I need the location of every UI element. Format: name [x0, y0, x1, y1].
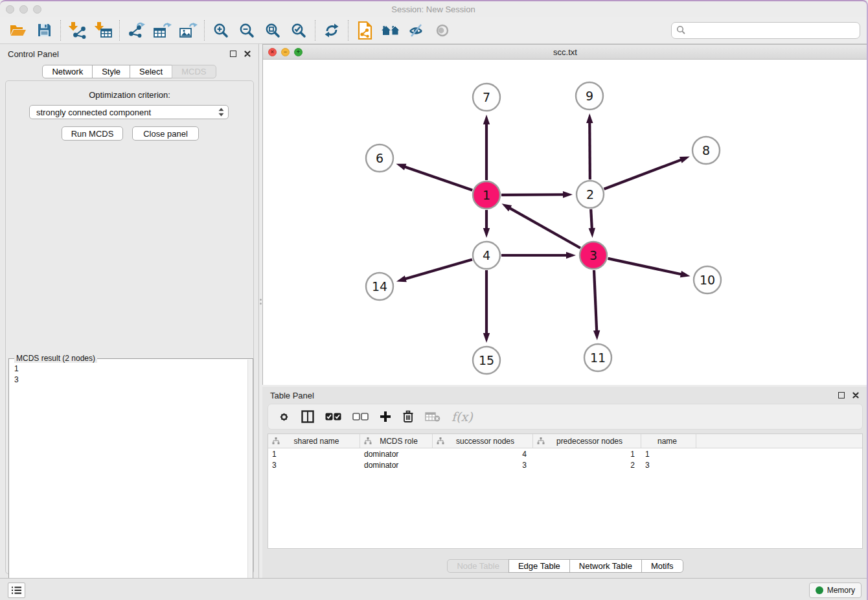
zoom-fit-button[interactable] — [260, 19, 286, 42]
result-scrollbar[interactable] — [247, 360, 252, 600]
add-column-button[interactable] — [380, 411, 391, 422]
panel-splitter-handle[interactable] — [259, 293, 262, 310]
table-row[interactable]: 1dominator411 — [268, 448, 862, 459]
memory-button[interactable]: Memory — [809, 583, 862, 598]
tab-edge-table[interactable]: Edge Table — [508, 559, 570, 573]
close-panel-icon[interactable] — [244, 51, 251, 57]
search-input[interactable] — [686, 24, 860, 37]
fx-icon: f(x) — [451, 410, 473, 424]
unselect-all-columns-button[interactable] — [352, 413, 369, 421]
delete-table-icon — [425, 411, 440, 422]
graph-node-7[interactable]: 7 — [473, 84, 500, 111]
plus-icon — [380, 411, 391, 422]
graph-node-6[interactable]: 6 — [366, 144, 393, 172]
optimization-criterion-select[interactable]: strongly connected component — [29, 105, 229, 119]
table-panel: Table Panel — [262, 387, 868, 578]
graph-edge-arrowhead — [483, 115, 490, 124]
svg-text:4: 4 — [483, 248, 490, 262]
graph-node-4[interactable]: 4 — [473, 242, 500, 269]
show-column-button[interactable] — [301, 410, 314, 423]
table-settings-button[interactable] — [278, 411, 290, 423]
import-network-button[interactable] — [64, 19, 90, 42]
export-image-button[interactable] — [175, 19, 201, 42]
graph-edge-1-2[interactable] — [501, 194, 565, 195]
svg-text:1: 1 — [483, 188, 490, 202]
search-icon — [676, 25, 686, 35]
graph-edge-3-1[interactable] — [508, 207, 580, 248]
columns-icon — [301, 410, 314, 423]
column-header-shared-name[interactable]: shared name — [268, 434, 360, 448]
tab-network[interactable]: Network — [42, 65, 93, 78]
tab-select[interactable]: Select — [130, 65, 172, 78]
function-builder-button[interactable]: f(x) — [451, 410, 473, 424]
graph-node-1[interactable]: 1 — [473, 181, 500, 209]
export-image-icon — [178, 22, 198, 39]
graph-node-8[interactable]: 8 — [692, 137, 720, 164]
graph-edge-1-6[interactable] — [404, 167, 472, 190]
svg-text:7: 7 — [483, 90, 490, 104]
zoom-in-button[interactable] — [208, 19, 234, 42]
tab-motifs[interactable]: Motifs — [641, 559, 683, 573]
delete-table-button[interactable] — [425, 411, 440, 422]
table-row[interactable]: 3dominator323 — [268, 459, 862, 470]
graph-edge-arrowhead — [593, 330, 600, 340]
mcds-result-box[interactable]: MCDS result (2 nodes) 1 3 — [8, 358, 253, 600]
status-bar: Memory — [0, 578, 867, 600]
run-mcds-button[interactable]: Run MCDS — [62, 126, 123, 141]
network-file-button[interactable] — [352, 19, 378, 42]
graph-node-3[interactable]: 3 — [580, 242, 607, 269]
graph-edge-2-9[interactable] — [589, 121, 590, 179]
save-session-button[interactable] — [31, 19, 57, 42]
graph-node-10[interactable]: 10 — [694, 266, 721, 294]
attribute-type-icon — [437, 437, 444, 444]
select-all-columns-button[interactable] — [325, 413, 341, 421]
import-table-button[interactable] — [90, 19, 116, 42]
graph-node-9[interactable]: 9 — [576, 82, 603, 110]
table-cell: 2 — [533, 461, 641, 470]
open-session-button[interactable] — [5, 19, 31, 42]
network-window-title: scc.txt — [263, 47, 867, 57]
stepper-arrows-icon — [218, 108, 224, 117]
zoom-selected-button[interactable] — [286, 19, 312, 42]
export-table-button[interactable] — [149, 19, 175, 42]
svg-text:3: 3 — [589, 248, 597, 262]
close-panel-icon[interactable] — [852, 392, 859, 398]
toolbar-separator — [348, 20, 348, 41]
column-header-name[interactable]: name — [641, 434, 696, 448]
delete-columns-button[interactable] — [402, 410, 414, 423]
column-header-mcds-role[interactable]: MCDS role — [360, 434, 433, 448]
graph-edge-3-11[interactable] — [594, 270, 597, 332]
column-header-predecessor-nodes[interactable]: predecessor nodes — [533, 434, 641, 448]
table-panel-header: Table Panel — [262, 387, 868, 404]
column-header-successor-nodes[interactable]: successor nodes — [433, 434, 533, 448]
table-cell: 1 — [533, 450, 641, 459]
svg-text:14: 14 — [372, 279, 387, 294]
show-details-button[interactable] — [429, 19, 455, 42]
network-view-window: × − + scc.txt 7968124314101511 — [262, 44, 868, 385]
tab-mcds[interactable]: MCDS — [172, 65, 216, 78]
graph-node-2[interactable]: 2 — [577, 181, 604, 208]
hide-details-button[interactable] — [404, 19, 429, 42]
zoom-out-button[interactable] — [234, 19, 260, 42]
graph-edge-3-10[interactable] — [608, 259, 682, 275]
graph-edge-2-3[interactable] — [591, 209, 592, 230]
graph-node-11[interactable]: 11 — [584, 344, 611, 371]
float-panel-icon[interactable] — [230, 51, 236, 57]
mcds-panel: Optimization criterion: strongly connect… — [5, 80, 254, 574]
graph-edge-4-14[interactable] — [404, 259, 472, 279]
close-panel-button[interactable]: Close panel — [132, 126, 199, 141]
optimization-criterion-label: Optimization criterion: — [6, 90, 253, 100]
task-history-button[interactable] — [8, 583, 25, 598]
export-network-button[interactable] — [123, 19, 149, 42]
network-graph[interactable]: 7968124314101511 — [263, 60, 867, 385]
refresh-view-button[interactable] — [319, 19, 345, 42]
search-field[interactable] — [671, 22, 860, 39]
home-button[interactable] — [378, 19, 404, 42]
float-panel-icon[interactable] — [838, 392, 845, 398]
graph-node-15[interactable]: 15 — [473, 347, 500, 374]
tab-network-table[interactable]: Network Table — [569, 559, 642, 573]
tab-style[interactable]: Style — [92, 65, 130, 78]
graph-edge-2-8[interactable] — [604, 159, 683, 189]
tab-node-table[interactable]: Node Table — [447, 559, 509, 573]
graph-node-14[interactable]: 14 — [366, 273, 393, 300]
